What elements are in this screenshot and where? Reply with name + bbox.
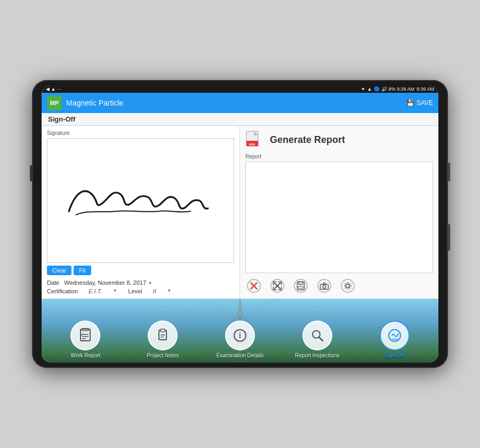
signature-panel: Signature Clear Fit Date Wednesday, Nove… [42,126,240,299]
cert-label: Certification [47,288,78,294]
svg-line-20 [202,299,240,320]
signoff-content: Signature Clear Fit Date Wednesday, Nove… [42,126,438,299]
level-dropdown-icon[interactable]: ▼ [167,288,172,294]
app-title: Magnetic Particle [66,99,123,107]
svg-rect-30 [161,329,165,332]
cancel-icon-btn[interactable] [245,277,262,294]
signoff-bar: Sign-Off [42,113,438,126]
main-content: Sign-Off Signature Clear Fit [42,113,438,363]
work-report-label: Work Report [70,353,100,358]
expand-icon-btn[interactable] [269,277,286,294]
sig-date-row: Date Wednesday, November 8, 2017 ▼ [47,279,234,286]
app-logo: MP [47,95,62,110]
project-notes-label: Project Notes [147,353,179,358]
save-report-icon-btn[interactable] [292,277,309,294]
examination-details-label: Examination Details [217,353,263,358]
sig-buttons: Clear Fit [47,266,234,275]
battery-level: 🔵 🔊 8% 9:39 AM [374,86,414,92]
signal-icon: ▲ [367,86,372,92]
sig-cert-row: Certification E.I.T. ▼ Level II ▼ [47,288,234,294]
app-header: MP Magnetic Particle 💾 SAVE [42,93,438,113]
report-panel: PDF Generate Report Report [240,126,438,299]
report-title: Generate Report [270,134,345,146]
cert-value: E.I.T. [89,288,102,294]
cert-dropdown-icon[interactable]: ▼ [113,288,117,294]
tablet-screen: ◀ ▲ ··· ✦ ▲ 🔵 🔊 8% 9:39 AM 9:39 AM MP Ma… [42,85,438,363]
svg-point-7 [294,279,307,292]
bluetooth-icon: ✦ [361,86,365,92]
app-header-left: MP Magnetic Particle [47,95,123,110]
pdf-icon: PDF [245,130,265,149]
level-value: II [153,288,156,294]
svg-point-11 [318,279,331,292]
report-inspections-label: Report Inspections [295,353,339,358]
nav-item-report-inspections[interactable]: Report Inspections [291,321,344,358]
left-button[interactable] [30,165,33,181]
report-text-area[interactable] [245,162,433,273]
date-dropdown-icon[interactable]: ▼ [148,281,153,286]
report-label: Report [245,154,433,159]
report-inspections-icon-circle [302,321,332,350]
back-button[interactable] [447,163,450,181]
save-icon: 💾 [406,99,414,107]
save-button[interactable]: 💾 SAVE [406,99,433,107]
tablet-device: ◀ ▲ ··· ✦ ▲ 🔵 🔊 8% 9:39 AM 9:39 AM MP Ma… [32,80,448,368]
date-label: Date [47,279,59,286]
report-header: PDF Generate Report [245,130,433,149]
status-right: ✦ ▲ 🔵 🔊 8% 9:39 AM 9:39 AM [361,86,434,92]
examination-details-icon-circle: i [225,321,255,350]
sign-off-icon-circle [380,321,410,350]
settings-icon-btn[interactable] [339,277,356,294]
volume-button[interactable] [447,224,450,251]
status-icons-left: ◀ ▲ ··· [46,86,61,92]
nav-item-project-notes[interactable]: Project Notes [136,321,189,358]
nav-item-work-report[interactable]: Work Report [59,321,112,358]
svg-text:PDF: PDF [249,143,255,146]
project-notes-icon-circle [148,321,178,350]
sign-off-label: Sign-Off [384,353,405,358]
clear-signature-button[interactable]: Clear [47,266,71,275]
nav-item-sign-off[interactable]: Sign-Off [368,321,421,358]
status-left: ◀ ▲ ··· [46,86,61,92]
bottom-nav-container: Work Report Project Notes [42,299,438,363]
camera-icon-btn[interactable] [316,277,333,294]
svg-text:i: i [239,331,241,340]
svg-line-36 [319,337,323,341]
svg-point-14 [341,279,354,292]
report-icons-row [245,277,433,294]
work-report-icon-circle [70,321,100,350]
status-bar: ◀ ▲ ··· ✦ ▲ 🔵 🔊 8% 9:39 AM 9:39 AM [42,85,438,93]
level-label: Level [128,288,142,294]
fit-signature-button[interactable]: Fit [74,266,91,275]
bottom-navigation: Work Report Project Notes [42,321,438,363]
nav-item-examination-details[interactable]: i Examination Details [213,321,267,358]
time-display: 9:39 AM [417,86,434,92]
signature-label: Signature [47,130,234,136]
date-value: Wednesday, November 8, 2017 [64,279,146,286]
signature-box[interactable] [47,138,234,263]
svg-line-22 [148,304,240,320]
